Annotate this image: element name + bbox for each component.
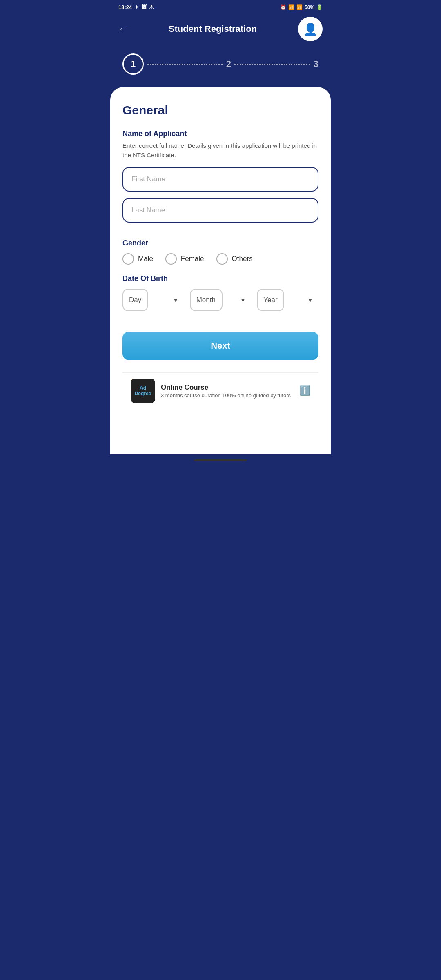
gender-section: Gender Male Female Others — [122, 239, 318, 265]
ad-title: Online Course — [161, 383, 294, 392]
ad-logo-text: AdDegree — [135, 385, 151, 397]
male-radio[interactable] — [122, 253, 134, 265]
male-label: Male — [138, 255, 153, 263]
day-wrapper: Day — [122, 289, 184, 311]
next-button[interactable]: Next — [122, 332, 318, 360]
ad-content: Online Course 3 months course duration 1… — [161, 383, 294, 399]
step-line-1 — [147, 64, 223, 65]
back-button[interactable]: ← — [118, 24, 127, 34]
first-name-input[interactable] — [122, 167, 318, 192]
gender-others[interactable]: Others — [216, 253, 253, 265]
avatar-icon: 👤 — [303, 22, 318, 36]
ad-banner: Ad AdDegree Online Course 3 months cours… — [122, 372, 318, 409]
sync-icon: ✦ — [134, 4, 139, 10]
last-name-input[interactable] — [122, 198, 318, 223]
ad-subtitle: 3 months course duration 100% online gui… — [161, 392, 294, 399]
battery-display: 50% — [305, 4, 314, 10]
signal-icon: 📶 — [296, 4, 303, 10]
header: ← Student Registration 👤 — [110, 13, 331, 49]
female-radio[interactable] — [165, 253, 177, 265]
year-wrapper: Year — [257, 289, 318, 311]
year-select[interactable]: Year — [257, 289, 284, 311]
progress-bar: 1 2 3 — [110, 49, 331, 87]
step-3-label: 3 — [314, 59, 318, 69]
others-label: Others — [232, 255, 253, 263]
battery-icon: 🔋 — [316, 4, 323, 10]
applicant-label: Name of Applicant — [122, 129, 318, 138]
status-right: ⏰ 📶 📶 50% 🔋 — [280, 4, 323, 10]
section-title: General — [122, 103, 318, 117]
ad-logo: AdDegree — [131, 379, 155, 403]
avatar: 👤 — [298, 17, 323, 41]
step-1-label: 1 — [131, 59, 136, 69]
wifi-icon: 📶 — [288, 4, 294, 10]
gender-female[interactable]: Female — [165, 253, 204, 265]
female-label: Female — [181, 255, 204, 263]
dob-section: Date Of Birth Day Month Year — [122, 274, 318, 311]
applicant-section: Name of Applicant Enter correct full nam… — [122, 129, 318, 229]
ad-info-icon[interactable]: ℹ️ — [299, 385, 310, 396]
dob-label: Date Of Birth — [122, 274, 318, 283]
step-line-2 — [234, 64, 310, 65]
step-1-circle: 1 — [122, 53, 144, 75]
gender-male[interactable]: Male — [122, 253, 153, 265]
ad-logo-wrapper: Ad AdDegree — [131, 379, 155, 403]
status-left: 18:24 ✦ 🖼 ⚠ — [118, 4, 154, 10]
content-card: General Name of Applicant Enter correct … — [110, 87, 331, 454]
warning-icon: ⚠ — [149, 4, 154, 10]
month-select[interactable]: Month — [190, 289, 223, 311]
step-2-label: 2 — [226, 59, 231, 69]
page-title: Student Registration — [169, 24, 257, 34]
others-radio[interactable] — [216, 253, 228, 265]
month-wrapper: Month — [190, 289, 252, 311]
day-select[interactable]: Day — [122, 289, 148, 311]
status-bar: 18:24 ✦ 🖼 ⚠ ⏰ 📶 📶 50% 🔋 — [110, 0, 331, 13]
alarm-icon: ⏰ — [280, 4, 286, 10]
time-display: 18:24 — [118, 4, 132, 10]
image-icon: 🖼 — [141, 4, 147, 10]
home-indicator — [194, 459, 247, 461]
gender-options: Male Female Others — [122, 253, 318, 265]
dob-dropdowns: Day Month Year — [122, 289, 318, 311]
applicant-description: Enter correct full name. Details given i… — [122, 141, 318, 160]
gender-label: Gender — [122, 239, 318, 247]
